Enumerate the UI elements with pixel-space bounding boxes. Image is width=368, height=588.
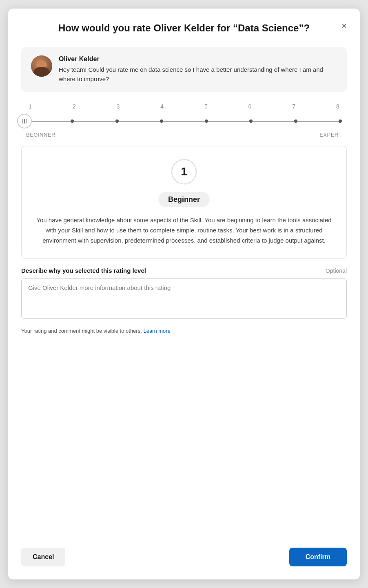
slider-handle-line-3	[26, 119, 27, 124]
slider-dot-5	[205, 119, 208, 123]
user-message: Hey team! Could you rate me on data scie…	[59, 65, 337, 84]
user-card: Oliver Kelder Hey team! Could you rate m…	[21, 47, 347, 92]
avatar	[31, 55, 52, 77]
slider-label-min: BEGINNER	[26, 132, 55, 138]
user-name: Oliver Kelder	[59, 55, 337, 63]
rating-card: 1 Beginner You have general knowledge ab…	[21, 146, 347, 259]
slider-label-max: EXPERT	[319, 132, 342, 138]
slider-track-container[interactable]	[24, 113, 344, 129]
slider-bottom-labels: BEGINNER EXPERT	[24, 132, 344, 138]
slider-dots	[26, 119, 342, 123]
user-info: Oliver Kelder Hey team! Could you rate m…	[59, 55, 337, 84]
slider-handle[interactable]	[17, 114, 32, 128]
rating-textarea[interactable]	[21, 278, 347, 319]
textarea-label: Describe why you selected this rating le…	[21, 267, 146, 274]
slider-dot-6	[249, 119, 253, 123]
modal-body: Oliver Kelder Hey team! Could you rate m…	[8, 41, 360, 538]
slider-section: 1 2 3 4 5 6 7 8	[21, 100, 347, 138]
slider-dot-2	[71, 119, 74, 123]
rating-description: You have general knowledge about some as…	[35, 215, 333, 245]
slider-num-2: 2	[70, 103, 78, 110]
modal-title: How would you rate Oliver Kelder for “Da…	[28, 22, 340, 34]
rating-number: 1	[181, 165, 187, 178]
slider-num-3: 3	[114, 103, 122, 110]
avatar-image	[31, 55, 52, 77]
slider-numbers: 1 2 3 4 5 6 7 8	[24, 103, 344, 110]
close-button[interactable]: ×	[340, 20, 348, 32]
slider-num-6: 6	[246, 103, 254, 110]
modal-header: How would you rate Oliver Kelder for “Da…	[8, 9, 360, 41]
privacy-notice: Your rating and comment might be visible…	[21, 327, 347, 335]
slider-handle-line-1	[22, 119, 23, 124]
modal-footer: Cancel Confirm	[8, 538, 360, 579]
slider-num-7: 7	[290, 103, 298, 110]
slider-num-4: 4	[158, 103, 166, 110]
privacy-text: Your rating and comment might be visible…	[21, 328, 142, 334]
textarea-header: Describe why you selected this rating le…	[21, 267, 347, 274]
slider-dot-8	[339, 119, 342, 123]
textarea-optional: Optional	[326, 267, 347, 274]
slider-num-1: 1	[26, 103, 34, 110]
rating-level-badge: Beginner	[158, 192, 210, 207]
rating-modal: How would you rate Oliver Kelder for “Da…	[8, 9, 360, 579]
slider-num-5: 5	[202, 103, 210, 110]
slider-num-8: 8	[334, 103, 342, 110]
confirm-button[interactable]: Confirm	[289, 548, 347, 566]
textarea-section: Describe why you selected this rating le…	[21, 267, 347, 319]
rating-circle: 1	[170, 158, 198, 186]
cancel-button[interactable]: Cancel	[21, 548, 65, 566]
slider-dot-7	[294, 119, 297, 123]
slider-dot-3	[115, 119, 119, 123]
slider-dot-4	[160, 119, 163, 123]
slider-track	[26, 121, 342, 122]
slider-handle-line-2	[24, 119, 25, 124]
slider-handle-icon	[22, 119, 27, 124]
learn-more-link[interactable]: Learn more	[143, 328, 170, 334]
